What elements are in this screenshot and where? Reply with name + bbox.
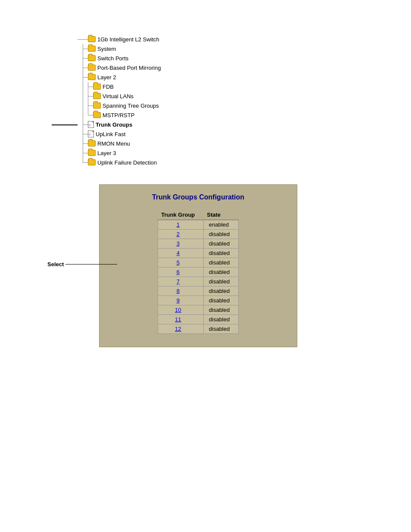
table-row: 8disabled [158, 286, 238, 296]
trunk-group-state: disabled [203, 239, 238, 249]
trunk-group-number[interactable]: 4 [158, 249, 203, 258]
col-header-state: State [203, 210, 238, 220]
table-row: 12disabled [158, 324, 238, 334]
uplink-fast-doc-icon [88, 131, 94, 137]
table-row: 4disabled [158, 249, 238, 258]
trunk-group-number[interactable]: 2 [158, 230, 203, 239]
page-container: 1Gb Intelligent L2 Switch System Switch … [0, 0, 411, 347]
tree-item-switch-ports: Switch Ports [78, 53, 411, 63]
trunk-group-state: disabled [203, 258, 238, 268]
trunk-group-state: disabled [203, 268, 238, 277]
layer3-folder-icon [88, 150, 96, 156]
table-row: 9disabled [158, 296, 238, 305]
select-line [65, 264, 117, 264]
trunk-group-number[interactable]: 10 [158, 305, 203, 315]
switch-ports-link[interactable]: Switch Ports [97, 55, 128, 62]
tree-navigation: 1Gb Intelligent L2 Switch System Switch … [78, 34, 411, 167]
trunk-group-number[interactable]: 9 [158, 296, 203, 305]
root-link[interactable]: 1Gb Intelligent L2 Switch [97, 36, 159, 43]
tree-item-uplink-failure: Uplink Failure Detection [78, 158, 411, 167]
table-row: 11disabled [158, 315, 238, 324]
tree-item-rmon: RMON Menu [78, 139, 411, 148]
fdb-link[interactable]: FDB [103, 84, 114, 90]
spanning-tree-folder-icon [93, 103, 101, 109]
trunk-group-number[interactable]: 3 [158, 239, 203, 249]
trunk-groups-table: Trunk Group State 1enabled2disabled3disa… [158, 210, 239, 334]
switch-ports-folder-icon [88, 55, 96, 61]
select-label: Select [47, 261, 64, 268]
trunk-groups-doc-icon [88, 121, 94, 128]
trunk-group-state: disabled [203, 230, 238, 239]
tree-item-uplink-fast: UpLink Fast [78, 129, 411, 139]
tree-item-layer2: Layer 2 [78, 72, 411, 82]
tree-item-spanning-tree: Spanning Tree Groups [78, 101, 411, 110]
port-mirroring-link[interactable]: Port-Based Port Mirroring [97, 65, 161, 71]
uplink-failure-link[interactable]: Uplink Failure Detection [97, 159, 157, 166]
table-row: 3disabled [158, 239, 238, 249]
table-row: 5disabled [158, 258, 238, 268]
spanning-tree-link[interactable]: Spanning Tree Groups [103, 103, 159, 109]
panel-title: Trunk Groups Configuration [112, 193, 284, 201]
trunk-group-number[interactable]: 7 [158, 277, 203, 286]
tree-item-layer3: Layer 3 [78, 148, 411, 158]
system-label: System [97, 46, 116, 52]
table-row: 1enabled [158, 220, 238, 230]
virtual-lans-folder-icon [93, 93, 101, 99]
select-indicator: Select [47, 261, 117, 268]
trunk-group-state: disabled [203, 305, 238, 315]
tree-item-port-mirroring: Port-Based Port Mirroring [78, 63, 411, 72]
table-row: 10disabled [158, 305, 238, 315]
trunk-group-state: disabled [203, 296, 238, 305]
config-panel: Trunk Groups Configuration Trunk Group S… [99, 184, 297, 347]
fdb-folder-icon [93, 84, 101, 90]
trunk-group-state: disabled [203, 249, 238, 258]
trunk-group-state: disabled [203, 324, 238, 334]
rmon-folder-icon [88, 140, 96, 146]
trunk-group-state: disabled [203, 315, 238, 324]
trunk-groups-label: Trunk Groups [96, 121, 132, 128]
trunk-group-state: enabled [203, 220, 238, 230]
port-mirroring-folder-icon [88, 65, 96, 71]
trunk-group-state: disabled [203, 286, 238, 296]
uplink-fast-label: UpLink Fast [96, 131, 125, 137]
mstp-label: MSTP/RSTP [103, 112, 134, 118]
table-row: 2disabled [158, 230, 238, 239]
col-header-group: Trunk Group [158, 210, 203, 220]
trunk-group-number[interactable]: 12 [158, 324, 203, 334]
virtual-lans-link[interactable]: Virtual LANs [103, 93, 134, 100]
tree-item-trunk-groups: Trunk Groups [78, 120, 411, 129]
mstp-folder-icon [93, 112, 101, 118]
root-folder-icon [88, 36, 96, 42]
uplink-failure-folder-icon [88, 159, 96, 165]
table-row: 7disabled [158, 277, 238, 286]
trunk-group-number[interactable]: 5 [158, 258, 203, 268]
trunk-group-state: disabled [203, 277, 238, 286]
layer3-label: Layer 3 [97, 150, 116, 156]
tree-root: 1Gb Intelligent L2 Switch [78, 34, 411, 44]
layer2-label: Layer 2 [97, 74, 116, 81]
tree-item-fdb: FDB [78, 82, 411, 91]
layer2-folder-icon [88, 74, 96, 80]
rmon-label: RMON Menu [97, 140, 130, 147]
trunk-group-number[interactable]: 1 [158, 220, 203, 230]
table-row: 6disabled [158, 268, 238, 277]
tree-item-mstp: MSTP/RSTP [78, 110, 411, 120]
tree-item-virtual-lans: Virtual LANs [78, 91, 411, 101]
system-folder-icon [88, 46, 96, 52]
trunk-group-number[interactable]: 8 [158, 286, 203, 296]
trunk-group-number[interactable]: 6 [158, 268, 203, 277]
tree-item-system: System [78, 44, 411, 53]
trunk-group-number[interactable]: 11 [158, 315, 203, 324]
